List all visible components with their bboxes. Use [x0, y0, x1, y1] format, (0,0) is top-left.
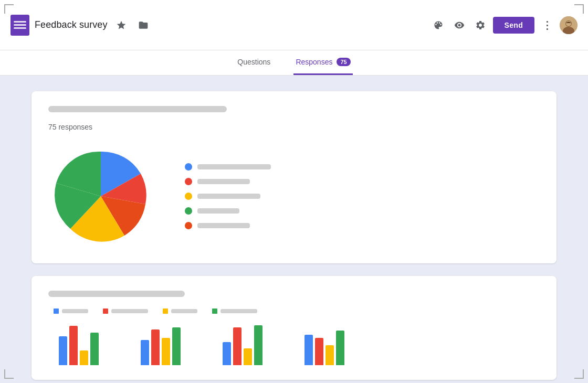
main-content: 75 responses	[0, 76, 588, 383]
pie-chart-card: 75 responses	[32, 91, 556, 263]
folder-icon	[138, 19, 149, 31]
legend-item-4	[185, 207, 540, 215]
bar-3-green	[254, 325, 262, 365]
tab-questions[interactable]: Questions	[235, 50, 272, 75]
legend-bar-1	[197, 164, 271, 169]
legend2-square-blue	[54, 308, 59, 314]
bar-1-blue	[59, 336, 67, 365]
legend2-bar-red	[111, 309, 148, 313]
legend-item-3	[185, 193, 540, 200]
bar-2-blue	[141, 340, 149, 365]
responses-count: 75 responses	[48, 123, 540, 131]
legend-item-2	[185, 178, 540, 185]
tabs-nav: Questions Responses 75	[0, 50, 588, 76]
bar-4-green	[336, 331, 344, 365]
bar-4-blue	[304, 335, 313, 365]
bar-2-red	[151, 329, 160, 365]
tab-questions-label: Questions	[237, 58, 270, 66]
bar-group-1	[59, 326, 99, 365]
legend2-square-green	[212, 308, 217, 314]
bar-1-yellow	[80, 350, 88, 365]
bar-1-red	[69, 326, 78, 365]
card2-title-placeholder	[48, 291, 185, 297]
chart-section	[48, 144, 540, 249]
preview-button[interactable]	[451, 17, 468, 34]
bar-3-blue	[223, 342, 231, 365]
bar-chart-legend	[48, 308, 540, 314]
bar-4-red	[315, 338, 323, 365]
tab-responses[interactable]: Responses 75	[293, 50, 352, 75]
palette-button[interactable]	[430, 17, 447, 34]
send-button[interactable]: Send	[493, 17, 534, 34]
bar-group-2	[141, 327, 181, 365]
legend-bar-2	[197, 179, 250, 184]
legend2-item-red	[103, 308, 148, 314]
legend2-item-blue	[54, 308, 88, 314]
header-left: Feedback survey	[10, 15, 152, 36]
bar-chart-card	[32, 276, 556, 380]
card1-title-placeholder	[48, 106, 227, 112]
legend2-bar-blue	[62, 309, 88, 313]
pie-chart-legend	[185, 163, 540, 229]
legend2-square-red	[103, 308, 108, 314]
legend-item-5	[185, 222, 540, 229]
legend-dot-red	[185, 178, 192, 185]
header-right: Send ⋮	[430, 16, 578, 34]
bar-4-yellow	[326, 345, 334, 365]
legend-bar-3	[197, 194, 260, 199]
pie-chart	[48, 144, 153, 249]
legend2-square-yellow	[163, 308, 168, 314]
legend-dot-yellow	[185, 193, 192, 200]
folder-button[interactable]	[135, 17, 152, 34]
bar-3-red	[233, 327, 242, 365]
bar-2-green	[172, 327, 181, 365]
avatar	[560, 16, 578, 34]
bar-group-4	[304, 331, 344, 365]
legend2-bar-yellow	[171, 309, 197, 313]
legend-bar-5	[197, 223, 250, 228]
legend-dot-blue	[185, 163, 192, 171]
settings-icon	[475, 19, 486, 31]
palette-icon	[433, 19, 444, 31]
legend-dot-orange	[185, 222, 192, 229]
more-options-button[interactable]: ⋮	[539, 17, 555, 34]
bar-3-yellow	[244, 348, 252, 365]
eye-icon	[454, 19, 465, 31]
legend-dot-green	[185, 207, 192, 215]
bar-group-3	[223, 325, 262, 365]
bar-chart-area	[48, 323, 540, 365]
legend2-bar-green	[220, 309, 257, 313]
tab-responses-label: Responses	[296, 58, 332, 66]
doc-title: Feedback survey	[35, 19, 108, 30]
legend2-item-green	[212, 308, 257, 314]
header: Feedback survey Send ⋮	[0, 0, 588, 50]
doc-icon	[10, 15, 29, 36]
star-icon	[116, 19, 127, 31]
tab-responses-badge: 75	[337, 58, 350, 66]
legend2-item-yellow	[163, 308, 197, 314]
star-button[interactable]	[113, 17, 130, 34]
settings-button[interactable]	[472, 17, 489, 34]
legend-bar-4	[197, 208, 239, 214]
bar-1-green	[90, 333, 99, 365]
bar-2-yellow	[162, 338, 170, 365]
legend-item-1	[185, 163, 540, 171]
